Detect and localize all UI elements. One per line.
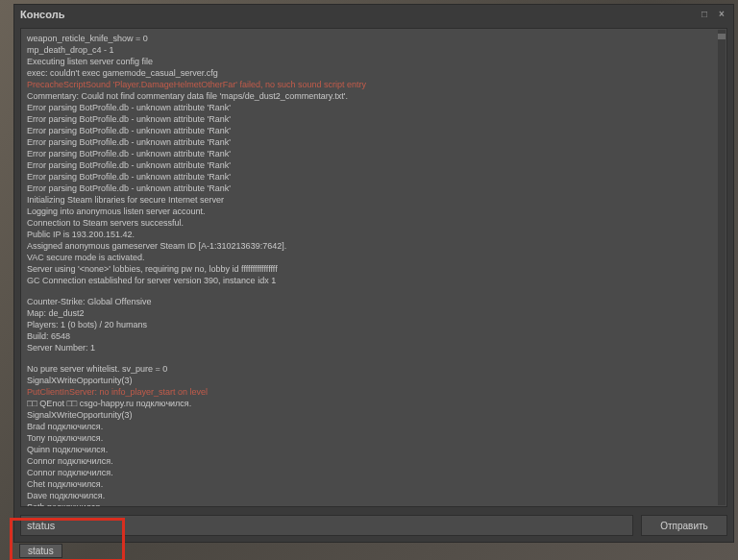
log-line: Build: 6548	[27, 330, 711, 342]
log-line	[27, 353, 711, 363]
log-line: Players: 1 (0 bots) / 20 humans	[27, 319, 711, 330]
console-output: weapon_reticle_knife_show = 0mp_death_dr…	[20, 28, 727, 507]
log-line: PrecacheScriptSound 'Player.DamageHelmet…	[27, 79, 711, 90]
log-line: Tony подключился.	[27, 432, 711, 444]
log-line: Logging into anonymous listen server acc…	[27, 206, 711, 217]
log-line: Public IP is 193.200.151.42.	[27, 229, 711, 240]
log-line: PutClientInServer: no info_player_start …	[27, 386, 711, 398]
log-line: Executing listen server config file	[27, 56, 711, 67]
console-input[interactable]	[20, 515, 633, 536]
log-line	[27, 286, 711, 296]
log-line: Error parsing BotProfile.db - unknown at…	[27, 183, 711, 194]
console-window: Консоль □ × weapon_reticle_knife_show = …	[13, 4, 734, 543]
autocomplete-suggestion[interactable]: status	[19, 544, 62, 558]
log-line: Commentary: Could not find commentary da…	[27, 90, 711, 102]
log-line: Error parsing BotProfile.db - unknown at…	[27, 113, 711, 125]
log-line: Chet подключился.	[27, 478, 711, 490]
log-line: Connor подключился.	[27, 467, 711, 478]
log-line: exec: couldn't exec gamemode_casual_serv…	[27, 67, 711, 79]
log-line: Quinn подключился.	[27, 444, 711, 455]
window-title: Консоль	[20, 9, 64, 20]
log-line: Initializing Steam libraries for secure …	[27, 194, 711, 206]
log-line: Error parsing BotProfile.db - unknown at…	[27, 171, 711, 183]
scrollbar[interactable]	[718, 30, 726, 505]
input-row: Отправить	[14, 511, 733, 542]
submit-button[interactable]: Отправить	[641, 515, 727, 536]
log-line: Assigned anonymous gameserver Steam ID […	[27, 240, 711, 252]
log-line: Brad подключился.	[27, 421, 711, 432]
log-line: SignalXWriteOpportunity(3)	[27, 375, 711, 386]
titlebar-controls: □ ×	[699, 9, 727, 20]
log-line: Dave подключился.	[27, 490, 711, 501]
log-line: Seth подключился.	[27, 501, 711, 506]
log-lines: weapon_reticle_knife_show = 0mp_death_dr…	[21, 29, 717, 506]
log-line: Error parsing BotProfile.db - unknown at…	[27, 159, 711, 171]
log-line: □□ QEnot □□ csgo-happy.ru подключился.	[27, 398, 711, 409]
log-line: VAC secure mode is activated.	[27, 252, 711, 263]
log-line: mp_death_drop_c4 - 1	[27, 44, 711, 56]
log-line: Error parsing BotProfile.db - unknown at…	[27, 102, 711, 113]
log-line: Error parsing BotProfile.db - unknown at…	[27, 125, 711, 136]
log-line: Error parsing BotProfile.db - unknown at…	[27, 148, 711, 159]
log-line: Error parsing BotProfile.db - unknown at…	[27, 136, 711, 148]
log-line: Server using '<none>' lobbies, requiring…	[27, 263, 711, 275]
close-icon[interactable]: ×	[716, 9, 727, 20]
log-line: Server Number: 1	[27, 342, 711, 353]
maximize-icon[interactable]: □	[699, 9, 710, 20]
titlebar: Консоль □ ×	[14, 5, 733, 24]
scrollbar-thumb[interactable]	[718, 34, 726, 39]
log-line: Counter-Strike: Global Offensive	[27, 296, 711, 307]
log-line: GC Connection established for server ver…	[27, 275, 711, 286]
log-line: Connor подключился.	[27, 455, 711, 467]
log-line: No pure server whitelist. sv_pure = 0	[27, 363, 711, 375]
log-line: weapon_reticle_knife_show = 0	[27, 33, 711, 44]
log-line: Map: de_dust2	[27, 307, 711, 319]
log-line: Connection to Steam servers successful.	[27, 217, 711, 229]
log-line: SignalXWriteOpportunity(3)	[27, 409, 711, 421]
